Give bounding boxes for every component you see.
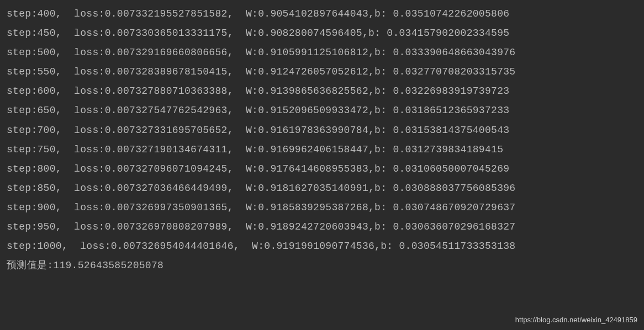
- log-line: step:900, loss:0.007326997350901365, W:0…: [7, 198, 637, 217]
- log-line: step:450, loss:0.007330365013331175, W:0…: [7, 24, 637, 43]
- log-line: step:800, loss:0.007327096071094245, W:0…: [7, 159, 637, 179]
- log-line: step:650, loss:0.007327547762542963, W:0…: [7, 101, 637, 120]
- prediction-line: 预测值是:119.52643585205078: [7, 256, 637, 275]
- log-line: step:950, loss:0.007326970808207989, W:0…: [7, 217, 637, 237]
- log-line: step:600, loss:0.007327880710363388, W:0…: [7, 82, 637, 101]
- prediction-value: 119.52643585205078: [53, 260, 163, 271]
- log-line: step:1000, loss:0.007326954044401646, W:…: [7, 237, 637, 256]
- log-line: step:550, loss:0.007328389678150415, W:0…: [7, 62, 637, 82]
- log-line: step:850, loss:0.007327036466449499, W:0…: [7, 179, 637, 198]
- watermark-text: https://blog.csdn.net/weixin_42491859: [515, 313, 637, 327]
- log-line: step:400, loss:0.007332195527851582, W:0…: [7, 4, 637, 24]
- log-line: step:700, loss:0.007327331695705652, W:0…: [7, 121, 637, 140]
- prediction-label: 预测值是:: [7, 260, 53, 271]
- log-line: step:500, loss:0.007329169660806656, W:0…: [7, 43, 637, 62]
- console-output: step:400, loss:0.007332195527851582, W:0…: [7, 4, 637, 256]
- log-line: step:750, loss:0.007327190134674311, W:0…: [7, 140, 637, 159]
